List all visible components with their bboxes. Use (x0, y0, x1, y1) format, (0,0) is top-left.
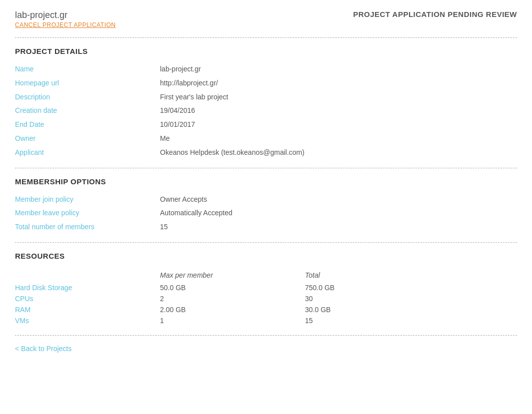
detail-label: Creation date (15, 105, 160, 117)
detail-value: lab-project.gr (160, 63, 201, 75)
col-max-per-member: Max per member (160, 268, 305, 282)
detail-row: OwnerMe (15, 133, 517, 145)
membership-value: Automatically Accepted (160, 207, 232, 219)
detail-label: Homepage url (15, 77, 160, 89)
resource-total: 30 (305, 293, 517, 304)
membership-label: Total number of members (15, 221, 160, 233)
detail-label: End Date (15, 119, 160, 131)
membership-options-section: MEMBERSHIP OPTIONS Member join policyOwn… (15, 177, 517, 233)
resource-max: 2.00 GB (160, 304, 305, 315)
resources-table: Max per member Total Hard Disk Storage50… (15, 268, 517, 326)
detail-label: Description (15, 91, 160, 103)
divider-1 (15, 37, 517, 38)
detail-value: 10/01/2017 (160, 119, 195, 131)
resource-name: RAM (15, 304, 160, 315)
membership-rows: Member join policyOwner AcceptsMember le… (15, 194, 517, 233)
page-header: lab-project.gr CANCEL PROJECT APPLICATIO… (15, 10, 517, 28)
col-resource (15, 268, 160, 282)
resource-max: 1 (160, 315, 305, 326)
resource-total: 30.0 GB (305, 304, 517, 315)
table-row: VMs115 (15, 315, 517, 326)
divider-3 (15, 242, 517, 243)
resource-name: CPUs (15, 293, 160, 304)
resources-table-header: Max per member Total (15, 268, 517, 282)
col-total: Total (305, 268, 517, 282)
detail-value: Okeanos Helpdesk (test.okeanos@gmail.com… (160, 147, 304, 159)
detail-value: Me (160, 133, 170, 145)
resource-name: Hard Disk Storage (15, 282, 160, 293)
detail-row: Creation date19/04/2016 (15, 105, 517, 117)
detail-label: Name (15, 63, 160, 75)
project-details-section: PROJECT DETAILS Namelab-project.grHomepa… (15, 47, 517, 159)
resource-max: 50.0 GB (160, 282, 305, 293)
membership-label: Member leave policy (15, 207, 160, 219)
project-title: lab-project.gr (15, 10, 116, 20)
resource-max: 2 (160, 293, 305, 304)
detail-row: Namelab-project.gr (15, 63, 517, 75)
status-badge: PROJECT APPLICATION PENDING REVIEW (353, 10, 517, 18)
detail-label: Owner (15, 133, 160, 145)
detail-value: First year's lab project (160, 91, 228, 103)
detail-row: ApplicantOkeanos Helpdesk (test.okeanos@… (15, 147, 517, 159)
resource-name: VMs (15, 315, 160, 326)
membership-options-title: MEMBERSHIP OPTIONS (15, 177, 517, 186)
project-details-title: PROJECT DETAILS (15, 47, 517, 55)
detail-value: http://labproject.gr/ (160, 77, 218, 89)
membership-row: Member leave policyAutomatically Accepte… (15, 207, 517, 219)
resource-total: 15 (305, 315, 517, 326)
detail-label: Applicant (15, 147, 160, 159)
membership-value: 15 (160, 221, 168, 233)
detail-row: Homepage urlhttp://labproject.gr/ (15, 77, 517, 89)
membership-row: Member join policyOwner Accepts (15, 194, 517, 206)
cancel-project-link[interactable]: CANCEL PROJECT APPLICATION (15, 21, 116, 28)
table-row: CPUs230 (15, 293, 517, 304)
membership-value: Owner Accepts (160, 194, 207, 206)
resources-table-body: Hard Disk Storage50.0 GB750.0 GBCPUs230R… (15, 282, 517, 326)
membership-row: Total number of members15 (15, 221, 517, 233)
project-details-rows: Namelab-project.grHomepage urlhttp://lab… (15, 63, 517, 159)
resources-section: RESOURCES Max per member Total Hard Disk… (15, 252, 517, 326)
table-row: Hard Disk Storage50.0 GB750.0 GB (15, 282, 517, 293)
divider-2 (15, 168, 517, 168)
back-to-projects-link[interactable]: < Back to Projects (15, 345, 72, 353)
table-row: RAM2.00 GB30.0 GB (15, 304, 517, 315)
resources-title: RESOURCES (15, 252, 517, 260)
divider-4 (15, 335, 517, 336)
resource-total: 750.0 GB (305, 282, 517, 293)
detail-row: DescriptionFirst year's lab project (15, 91, 517, 103)
membership-label: Member join policy (15, 194, 160, 206)
detail-row: End Date10/01/2017 (15, 119, 517, 131)
detail-value: 19/04/2016 (160, 105, 195, 117)
